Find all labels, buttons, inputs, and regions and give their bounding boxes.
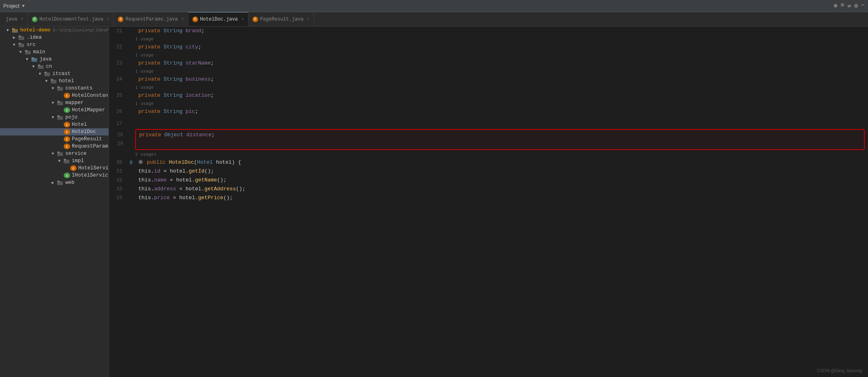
line-content-25: private String location; (135, 91, 868, 100)
tree-ihotelservice[interactable]: ▶ I IHotelService (0, 172, 108, 179)
project-label[interactable]: Project (3, 3, 19, 9)
usage-21: 1 usage (109, 35, 868, 43)
svg-rect-27 (57, 181, 60, 182)
requestparams-label: RequestParams (72, 144, 109, 149)
tree-cn[interactable]: ▼ cn (0, 63, 108, 70)
title-bar: Project ▼ ⊕ ≡ ⇌ ⚙ − (0, 0, 868, 12)
tree-hoteldoc[interactable]: ▶ C HotelDoc (0, 128, 108, 135)
tree-java[interactable]: ▼ java (0, 56, 108, 63)
tree-hotelconstants[interactable]: ▶ C HotelConstants (0, 92, 108, 99)
settings-icon[interactable]: ⚙ (854, 2, 858, 10)
tree-requestparams[interactable]: ▶ C RequestParams (0, 143, 108, 150)
tree-src[interactable]: ▼ src (0, 41, 108, 48)
tab-java-close[interactable]: × (21, 17, 23, 21)
line-num-22: 22 (109, 43, 127, 52)
hotelservice-label: HotelService (78, 165, 109, 171)
tree-hotelmapper[interactable]: ▶ I HotelMapper (0, 106, 108, 114)
code-line-33: 33 this.address = hotel.getAddress(); (109, 185, 868, 194)
project-tree: ▼ hotel-demo D:\DingJiaxiong\IdeaProject… (0, 27, 109, 377)
tab-pageresult[interactable]: C PageResult.java × (248, 12, 314, 26)
hoteldoc-icon: C (64, 129, 70, 135)
usage-23: 1 usage (109, 68, 868, 75)
tab-hoteldocumenttest-close[interactable]: × (107, 17, 109, 21)
line-content-22: private String city; (135, 43, 868, 52)
line-num-24: 24 (109, 75, 127, 84)
tab-requestparams-close[interactable]: × (182, 17, 184, 21)
main-label: main (33, 49, 45, 55)
dropdown-arrow-icon[interactable]: ▼ (22, 4, 25, 8)
tab-java[interactable]: java × (2, 12, 28, 26)
idea-arrow: ▶ (13, 35, 19, 40)
tree-hotel-class[interactable]: ▶ C Hotel (0, 121, 108, 128)
code-line-31: 31 this.id = hotel.getId(); (109, 167, 868, 176)
line-content-21: private String brand; (135, 27, 868, 35)
hoteldoc-label: HotelDoc (72, 129, 96, 135)
list-icon[interactable]: ≡ (841, 2, 844, 10)
root-arrow: ▼ (6, 28, 12, 33)
usage-28-29: 2 usages (109, 151, 868, 158)
code-editor[interactable]: 21 private String brand; 1 usage 22 priv… (109, 27, 868, 377)
tree-impl[interactable]: ▼ impl (0, 157, 108, 165)
tree-itcast[interactable]: ▼ itcast (0, 70, 108, 77)
code-line-29: 29 (110, 140, 864, 148)
tab-hoteldocumenttest-label: HotelDocumentTest.java (40, 17, 103, 22)
code-line-27: 27 (109, 119, 868, 128)
code-line-23: 23 private String starName; (109, 59, 868, 68)
svg-rect-13 (44, 72, 47, 73)
svg-rect-23 (57, 152, 60, 153)
line-num-31: 31 (109, 167, 127, 176)
tree-root[interactable]: ▼ hotel-demo D:\DingJiaxiong\IdeaProject… (0, 27, 108, 34)
root-path: D:\DingJiaxiong\IdeaProjects\hotel-demo (53, 28, 109, 33)
svg-rect-19 (57, 101, 60, 102)
line-num-34: 34 (109, 194, 127, 202)
svg-rect-9 (31, 57, 34, 59)
tree-web[interactable]: ▶ web (0, 179, 108, 186)
line-num-27: 27 (109, 119, 127, 128)
tab-hoteldocumenttest[interactable]: C HotelDocumentTest.java × (28, 12, 114, 26)
gutter-30: @ (127, 158, 135, 167)
hotelmapper-icon: I (64, 107, 70, 113)
hotel-class-icon: C (64, 122, 70, 127)
tab-pageresult-close[interactable]: × (307, 17, 310, 21)
tab-requestparams-icon: C (118, 17, 123, 22)
tree-pojo[interactable]: ▼ pojo (0, 114, 108, 121)
pojo-label: pojo (65, 115, 77, 120)
usage-24: 1 usage (109, 84, 868, 91)
line-content-29 (136, 140, 864, 148)
line-num-26: 26 (109, 107, 127, 116)
itcast-label: itcast (52, 71, 71, 77)
split-icon[interactable]: ⇌ (847, 2, 851, 10)
tab-hoteldoc[interactable]: C HotelDoc.java × (188, 12, 248, 26)
tree-pageresult[interactable]: ▶ C PageResult (0, 135, 108, 143)
line-num-28: 28 (110, 131, 128, 140)
line-content-32: this.name = hotel.getName(); (135, 176, 868, 185)
add-icon[interactable]: ⊕ (834, 2, 837, 10)
line-content-30: ⬟ public HotelDoc(Hotel hotel) { (135, 158, 868, 167)
hotel-label: hotel (59, 78, 74, 84)
line-num-25: 25 (109, 91, 127, 100)
tree-mapper[interactable]: ▼ mapper (0, 99, 108, 106)
tree-main[interactable]: ▼ main (0, 48, 108, 56)
svg-rect-1 (12, 28, 15, 30)
svg-rect-21 (57, 115, 60, 117)
tree-constants[interactable]: ▼ constants (0, 85, 108, 92)
tree-hotel[interactable]: ▼ hotel (0, 77, 108, 85)
cn-label: cn (46, 64, 52, 69)
tab-hoteldoc-close[interactable]: × (242, 17, 244, 22)
tab-hoteldoc-label: HotelDoc.java (200, 17, 238, 22)
line-num-21: 21 (109, 27, 127, 35)
hotelconstants-label: HotelConstants (72, 93, 109, 98)
highlighted-region: 28 private Object distance; 29 (109, 129, 868, 150)
service-label: service (65, 151, 87, 156)
tab-requestparams[interactable]: C RequestParams.java × (114, 12, 188, 26)
tree-hotelservice[interactable]: ▶ C HotelService (0, 165, 108, 172)
tab-hoteldocumenttest-icon: C (32, 17, 38, 22)
tree-service[interactable]: ▼ service (0, 150, 108, 157)
tree-idea[interactable]: ▶ .idea (0, 34, 108, 41)
code-line-26: 26 private String pic; (109, 107, 868, 116)
minimize-icon[interactable]: − (861, 2, 865, 10)
code-line-21: 21 private String brand; (109, 27, 868, 35)
svg-rect-7 (25, 50, 27, 52)
tab-hoteldoc-icon: C (192, 17, 198, 22)
root-label: hotel-demo (20, 27, 50, 33)
